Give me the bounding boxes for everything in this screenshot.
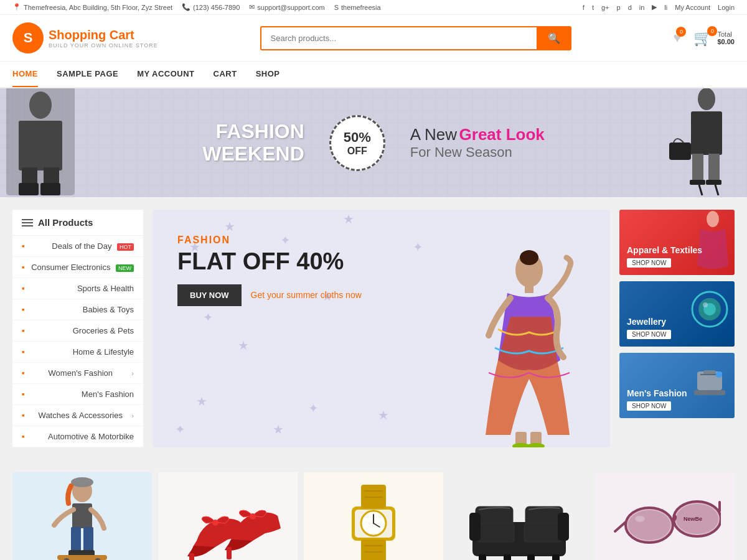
svg-line-14 [715,185,718,195]
svg-rect-68 [361,539,386,560]
sidebar-header: All Products [12,210,143,236]
promo-banner: ★★✦ ✦★★ ✦★★ ★✦ ✦★ FASHION FLAT OFF 40% B… [153,210,610,447]
svg-rect-43 [694,390,725,395]
top-bar: 📍 Themefreesia, Abc Building, 5th Floor,… [0,0,747,15]
panel-mens-image [688,359,731,404]
skype-info: S themefreesia [334,4,381,11]
svg-line-12 [699,185,702,195]
dribbble-link[interactable]: d [628,4,632,11]
sidebar-item-sports: Sports & Health [12,278,143,299]
svg-rect-13 [706,180,721,185]
sidebar-link-babies[interactable]: Babies & Toys [12,299,143,320]
svg-rect-80 [479,554,486,560]
svg-point-40 [703,302,708,307]
svg-text:✦: ✦ [203,310,214,324]
furniture-image [449,472,589,560]
sidebar-item-automotive: Automotive & Motorbike [12,426,143,447]
svg-point-85 [628,510,670,540]
banner-content: FASHIONWEEKEND 50% OFF A New Great Look … [202,115,545,171]
twitter-link[interactable]: t [592,4,594,11]
svg-rect-78 [469,513,481,541]
svg-rect-15 [669,142,691,160]
hero-banner: FASHIONWEEKEND 50% OFF A New Great Look … [0,88,747,197]
svg-rect-79 [558,513,569,541]
banner-great-look: Great Look [459,125,545,144]
cart-total: Total $0.00 [717,30,735,45]
linkedin-link[interactable]: li [664,4,667,11]
sidebar-link-sports[interactable]: Sports & Health [12,278,143,299]
skype-icon: S [334,4,339,11]
mens-shop-now[interactable]: SHOP NOW [627,401,671,411]
svg-point-30 [520,250,538,265]
shoes-image [158,472,298,560]
buy-now-button[interactable]: BUY NOW [177,284,242,306]
category-furniture[interactable]: FURNITURE FREE DELIVERY IN TOWN [449,472,589,560]
promo-fashion-label: FASHION [177,235,362,246]
promo-text: FASHION FLAT OFF 40% BUY NOW Get your su… [177,235,362,306]
svg-rect-59 [227,547,232,559]
facebook-link[interactable]: f [583,4,585,11]
panel-jewellery[interactable]: Jewellery SHOP NOW [619,281,735,347]
category-watches[interactable]: WATCHES SOURCE FOR LUXURY WATCHES [304,472,443,560]
google-link[interactable]: g+ [601,4,609,11]
nav-my-account[interactable]: MY ACCOUNT [137,62,194,87]
sidebar-link-automotive[interactable]: Automotive & Motorbike [12,426,143,447]
sidebar-link-home[interactable]: Home & Lifestyle [12,342,143,362]
search-button[interactable]: 🔍 [537,26,571,50]
svg-text:★: ★ [378,408,389,422]
chevron-right-icon: › [131,370,134,377]
sidebar-link-electronics[interactable]: Consumer Electronics NEW [12,257,143,278]
svg-rect-11 [690,180,705,185]
sidebar-item-electronics: Consumer Electronics NEW [12,257,143,278]
sidebar-item-mens: Men's Fashion [12,384,143,405]
svg-text:★: ★ [196,394,207,408]
banner-left-image [0,88,81,197]
svg-text:★: ★ [238,338,249,352]
svg-rect-81 [504,554,511,560]
header: S Shopping Cart BUILD YOUR OWN ONLINE ST… [0,15,747,62]
pinterest-link[interactable]: p [617,4,621,11]
nav-sample-page[interactable]: SAMPLE PAGE [57,62,118,87]
category-sports[interactable]: SPORTS GET 10% OFF YOUR ORDER [12,472,152,560]
login-link[interactable]: Login [718,4,735,11]
sidebar-link-womens[interactable]: Women's Fashion › [12,363,143,383]
nav-cart[interactable]: CART [214,62,237,87]
svg-point-35 [527,443,545,447]
youtube-link[interactable]: ▶ [652,3,657,11]
banner-right-image [666,88,747,197]
cart-button[interactable]: 🛒 0 Total $0.00 [693,29,735,47]
sidebar-link-mens[interactable]: Men's Fashion [12,384,143,404]
category-shoes[interactable]: SHOES CASUAL, STYLISH & TRENDY [158,472,298,560]
sidebar-title: All Products [38,217,93,228]
chevron-right-icon-2: › [131,412,134,419]
logo[interactable]: S Shopping Cart BUILD YOUR OWN ONLINE ST… [12,22,158,54]
my-account-link[interactable]: My Account [675,4,710,11]
promo-title: FLAT OFF 40% [177,249,362,275]
jewellery-shop-now[interactable]: SHOP NOW [627,330,671,339]
nav-home[interactable]: HOME [12,62,38,87]
svg-point-1 [29,91,52,119]
instagram-link[interactable]: in [639,4,645,11]
category-glasses[interactable]: NewBe GLASSES FASHION GLASSES FRAMES [595,472,735,560]
sidebar-link-deals[interactable]: Deals of the Day HOT [12,236,143,256]
promo-model-image [461,248,598,447]
sidebar-link-watches[interactable]: Watches & Accessories › [12,405,143,426]
svg-text:★: ★ [273,422,284,436]
panel-apparel-text: Apparel & Textiles SHOP NOW [627,245,702,268]
svg-text:NewBe: NewBe [684,516,702,522]
hot-badge: HOT [117,243,134,251]
svg-point-93 [635,516,645,522]
wishlist-button[interactable]: ♥ 0 [673,30,681,46]
svg-rect-2 [19,121,62,170]
email-info: ✉ support@support.com [249,3,324,11]
sidebar-link-groceries[interactable]: Groceries & Pets [12,320,143,341]
banner-headline: FASHIONWEEKEND [202,121,304,164]
nav-shop[interactable]: SHOP [256,62,280,87]
svg-rect-57 [189,553,194,560]
panel-apparel[interactable]: Apparel & Textiles SHOP NOW [619,210,735,275]
email-icon: ✉ [249,3,255,11]
panel-mens-fashion[interactable]: Men's Fashion SHOP NOW [619,353,735,418]
top-bar-right: f t g+ p d in ▶ li My Account Login [583,3,735,11]
search-input[interactable] [260,26,537,50]
apparel-shop-now[interactable]: SHOP NOW [627,258,671,268]
